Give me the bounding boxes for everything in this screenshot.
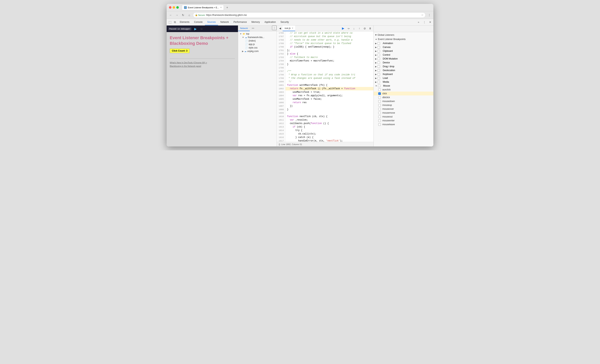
section-checkbox[interactable] bbox=[378, 85, 380, 87]
code-line[interactable]: 1811 var _resolve; bbox=[277, 118, 374, 122]
blackboxing-link[interactable]: Blackboxing in the Network panel bbox=[170, 64, 235, 68]
bp-section-header-animation[interactable]: ▶Animation bbox=[374, 41, 433, 45]
bp-item-click[interactable]: ✓click bbox=[374, 91, 433, 95]
tree-item-unpkg[interactable]: ▶ ☁ unpkg.com bbox=[238, 49, 277, 53]
bp-section-header-mouse[interactable]: ▼Mouse bbox=[374, 84, 433, 88]
bp-item-mouseover[interactable]: mouseover bbox=[374, 107, 433, 111]
devtools-link[interactable]: What's New In DevTools (Chrome 66) > bbox=[170, 61, 235, 64]
editor-nav-back-button[interactable]: ◀ bbox=[278, 26, 283, 31]
code-line[interactable]: 1813 if (cb) { bbox=[277, 125, 374, 129]
section-checkbox[interactable] bbox=[377, 58, 380, 60]
bp-section-header-canvas[interactable]: ▶Canvas bbox=[374, 45, 433, 49]
device-toolbar-button[interactable]: ⧉ bbox=[172, 20, 178, 25]
code-line[interactable]: 1786 // it can get stuck in a weird stat… bbox=[277, 31, 374, 35]
code-line[interactable]: 1812 callbacks.push(function () { bbox=[277, 122, 374, 125]
click-count-button[interactable]: Click Count: 3 bbox=[170, 48, 190, 53]
tab-application[interactable]: Application bbox=[262, 19, 278, 25]
code-area[interactable]: 1786 // it can get stuck in a weird stat… bbox=[277, 31, 374, 142]
reload-button[interactable]: ↻ bbox=[180, 13, 186, 18]
minimize-button[interactable] bbox=[173, 6, 175, 9]
tab-memory[interactable]: Memory bbox=[249, 19, 262, 25]
code-line[interactable]: 1791}; bbox=[277, 49, 374, 52]
bp-section-header-keyboard[interactable]: ▶Keyboard bbox=[374, 72, 433, 76]
tab-security[interactable]: Security bbox=[278, 19, 291, 25]
bp-section-header-drag-/-drop[interactable]: ▶Drag / drop bbox=[374, 64, 433, 68]
code-line[interactable]: 1789 // "force" the microtask queue to b… bbox=[277, 42, 374, 45]
tab-network[interactable]: Network bbox=[218, 19, 231, 25]
code-line[interactable]: 1798 * Wrap a function so that if any co… bbox=[277, 73, 374, 76]
tab-console[interactable]: Console bbox=[192, 19, 205, 25]
bp-item-mouseup[interactable]: mouseup bbox=[374, 103, 433, 107]
bp-checkbox-mousemove[interactable] bbox=[378, 112, 381, 114]
bp-item-mousemove[interactable]: mousemove bbox=[374, 111, 433, 115]
section-checkbox[interactable] bbox=[377, 77, 380, 79]
step-over-button[interactable]: ⤼ bbox=[199, 26, 204, 31]
back-button[interactable]: ← bbox=[168, 13, 173, 18]
bp-checkbox-dblclick[interactable] bbox=[378, 96, 381, 99]
section-checkbox[interactable] bbox=[377, 46, 380, 48]
code-line[interactable]: 1800 */ bbox=[277, 80, 374, 83]
step-out-script-button[interactable]: ↑ bbox=[357, 26, 362, 31]
section-checkbox[interactable] bbox=[377, 69, 380, 72]
bp-checkbox-auxclick[interactable] bbox=[378, 89, 381, 91]
bp-section-header-geolocation[interactable]: ▶Geolocation bbox=[374, 68, 433, 72]
tree-item-stylecss[interactable]: 📄 style.css bbox=[238, 46, 277, 49]
bp-checkbox-mouseout[interactable] bbox=[378, 116, 381, 118]
code-line[interactable]: 1787 // microtask queue but the queue is… bbox=[277, 35, 374, 38]
editor-tab-close-icon[interactable]: ✕ bbox=[292, 27, 293, 29]
code-line[interactable]: 1817 handleError(e, ctx, 'nextTick'); bbox=[277, 139, 374, 142]
star-icon[interactable]: ☆ bbox=[421, 14, 423, 16]
devtools-settings-button[interactable]: ⋮ bbox=[422, 20, 427, 25]
step-over-script-button[interactable]: ⤼ bbox=[346, 26, 351, 31]
new-tab-button[interactable]: + bbox=[225, 5, 230, 10]
tab-sources[interactable]: Sources bbox=[205, 19, 218, 25]
bp-item-mouseout[interactable]: mouseout bbox=[374, 115, 433, 119]
forward-button[interactable]: → bbox=[174, 13, 179, 18]
bp-item-auxclick[interactable]: auxclick bbox=[374, 88, 433, 91]
resume-button[interactable]: ▶ bbox=[193, 26, 198, 31]
code-line[interactable]: 1803 useMacroTask = true; bbox=[277, 91, 374, 94]
bp-item-mouseleave[interactable]: mouseleave bbox=[374, 122, 433, 126]
bp-section-header-device[interactable]: ▶Device bbox=[374, 61, 433, 64]
bp-item-mouseenter[interactable]: mouseenter bbox=[374, 119, 433, 122]
tree-item-appjs[interactable]: 📄 app.js bbox=[238, 43, 277, 46]
code-line[interactable]: 1795} bbox=[277, 63, 374, 66]
section-checkbox[interactable] bbox=[377, 50, 380, 52]
code-line[interactable]: 1805 useMacroTask = false; bbox=[277, 97, 374, 101]
maximize-button[interactable] bbox=[176, 6, 179, 9]
section-checkbox[interactable] bbox=[377, 65, 380, 68]
code-line[interactable]: 1815 cb.call(ctx); bbox=[277, 132, 374, 136]
bp-section-header-control[interactable]: ▶Control bbox=[374, 53, 433, 57]
bp-checkbox-mousedown[interactable] bbox=[378, 100, 381, 103]
step-into-script-button[interactable]: ↓ bbox=[351, 26, 356, 31]
home-button[interactable]: ⌂ bbox=[187, 13, 192, 18]
tree-item-index[interactable]: 📄 (index) bbox=[238, 39, 277, 43]
sources-more-button[interactable]: ⋮ bbox=[272, 26, 277, 30]
code-line[interactable]: 1808} bbox=[277, 108, 374, 111]
code-line[interactable]: 1793 // fallback to macro bbox=[277, 56, 374, 59]
deactivate-breakpoints-button[interactable]: ⊘ bbox=[362, 26, 367, 31]
menu-button[interactable]: ⋮ bbox=[427, 13, 432, 18]
browser-tab-active[interactable]: ⚡ Event Listener Breakpoints + E... ✕ bbox=[182, 5, 224, 10]
sources-subtab-more[interactable]: >> bbox=[250, 26, 256, 31]
code-line[interactable]: 1790 if (isIOS) { setTimeout(noop); } bbox=[277, 45, 374, 49]
bp-section-header-dom-mutation[interactable]: ▶DOM Mutation bbox=[374, 57, 433, 61]
bp-item-mousedown[interactable]: mousedown bbox=[374, 99, 433, 103]
close-devtools-button[interactable]: ✕ bbox=[428, 20, 433, 25]
bp-checkbox-mouseleave[interactable] bbox=[378, 123, 381, 126]
code-line[interactable]: 1816 } catch (e) { bbox=[277, 136, 374, 139]
code-line[interactable]: 1810function nextTick (cb, ctx) { bbox=[277, 115, 374, 118]
tab-close-icon[interactable]: ✕ bbox=[220, 6, 222, 9]
tab-elements[interactable]: Elements bbox=[178, 19, 192, 25]
code-line[interactable]: 1796 bbox=[277, 66, 374, 70]
more-tabs-button[interactable]: » bbox=[416, 20, 421, 25]
code-line[interactable]: 1794 microTimerFunc = macroTimerFunc; bbox=[277, 59, 374, 63]
code-line[interactable]: 1806 return res bbox=[277, 101, 374, 104]
code-line[interactable]: 1797/** bbox=[277, 70, 374, 73]
section-global-listeners[interactable]: ▶ Global Listeners bbox=[374, 33, 433, 37]
bp-section-header-load[interactable]: ▶Load bbox=[374, 76, 433, 80]
resume-script-button[interactable]: ▶ bbox=[341, 26, 346, 31]
bp-checkbox-mouseup[interactable] bbox=[378, 104, 381, 107]
bp-section-header-clipboard[interactable]: ▶Clipboard bbox=[374, 49, 433, 53]
code-line[interactable]: 1799 * the changes are queued using a Ta… bbox=[277, 76, 374, 80]
